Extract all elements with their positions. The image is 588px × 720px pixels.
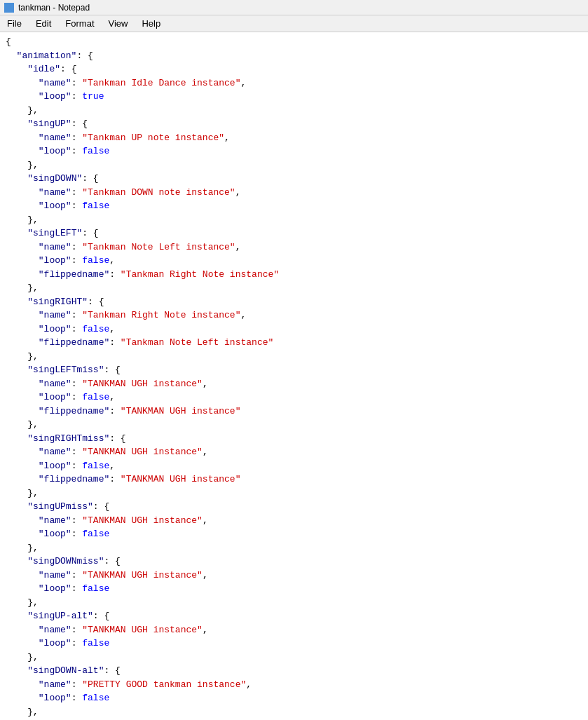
menu-help[interactable]: Help [135,17,167,30]
editor-line: "name": "TANKMAN UGH instance", [6,377,582,391]
editor-line: "singRIGHTmiss": { [6,432,582,446]
editor-line: "loop": false [6,582,582,596]
editor-line: "flippedname": "TANKMAN UGH instance" [6,405,582,419]
editor-line: }, [6,541,582,555]
editor-line: "name": "PRETTY GOOD tankman instance", [6,678,582,692]
editor-area[interactable]: { "animation": { "idle": { "name": "Tank… [0,32,588,720]
editor-line: }, [6,213,582,227]
editor-line: "loop": false [6,637,582,651]
editor-line: "name": "Tankman UP note instance", [6,131,582,145]
editor-line: "singUP-alt": { [6,609,582,623]
editor-line: "animation": { [6,49,582,63]
window-title: tankman - Notepad [18,3,90,13]
editor-line: }, [6,596,582,610]
menu-file[interactable]: File [0,17,29,30]
editor-line: "singDOWNmiss": { [6,555,582,569]
editor-line: "singDOWN": { [6,172,582,186]
editor-line: "loop": false, [6,254,582,268]
editor-line: "loop": false [6,527,582,541]
editor-line: }, [6,350,582,364]
editor-line: "flippedname": "TANKMAN UGH instance" [6,473,582,487]
editor-line: "loop": false, [6,322,582,337]
editor-line: "name": "TANKMAN UGH instance", [6,623,582,637]
editor-line: "name": "Tankman Right Note instance", [6,308,582,322]
editor-line: }, [6,418,582,432]
editor-line: }, [6,158,582,172]
editor-line: "name": "TANKMAN UGH instance", [6,514,582,528]
editor-line: "singDOWN-alt": { [6,664,582,678]
editor-line: }, [6,651,582,665]
editor-line: }, [6,281,582,295]
editor-line: "loop": true [6,90,582,104]
editor-line: "loop": false [6,199,582,213]
menu-view[interactable]: View [102,17,135,30]
editor-line: "loop": false, [6,459,582,473]
menu-format[interactable]: Format [58,17,101,30]
notepad-icon [4,3,14,13]
editor-line: "name": "TANKMAN UGH instance", [6,569,582,583]
editor-line: "singLEFTmiss": { [6,363,582,377]
editor-line: "flippedname": "Tankman Right Note insta… [6,268,582,282]
editor-line: { [6,35,582,49]
menu-edit[interactable]: Edit [29,17,58,30]
editor-line: "name": "TANKMAN UGH instance", [6,445,582,459]
menu-bar: File Edit Format View Help [0,15,588,32]
editor-line: "singRIGHT": { [6,295,582,309]
editor-line: "singLEFT": { [6,226,582,240]
editor-line: "loop": false [6,691,582,705]
editor-line: }, [6,104,582,118]
editor-line: }, [6,705,582,719]
editor-line: "singUP": { [6,117,582,131]
editor-line: "flippedname": "Tankman Note Left instan… [6,336,582,350]
editor-line: "name": "Tankman Idle Dance instance", [6,76,582,90]
editor-line: "name": "Tankman DOWN note instance", [6,186,582,200]
editor-line: "singUPmiss": { [6,500,582,514]
editor-line: "name": "Tankman Note Left instance", [6,240,582,254]
editor-line: "loop": false, [6,390,582,405]
title-bar: tankman - Notepad [0,0,588,15]
editor-line: "idle": { [6,62,582,76]
editor-line: "loop": false [6,144,582,158]
editor-line: }, [6,487,582,501]
